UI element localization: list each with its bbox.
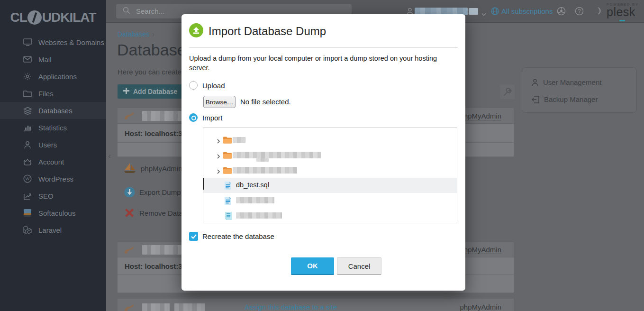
import-radio-label: Import xyxy=(202,114,223,122)
sidebar-item-label: Softaculous xyxy=(38,209,75,217)
folder-icon xyxy=(223,166,232,174)
sidebar-item-wordpress[interactable]: W WordPress xyxy=(0,170,106,187)
folder-name-redacted xyxy=(233,152,321,158)
tool-remove-database[interactable]: Remove Data xyxy=(124,207,183,219)
database-card-3: Assign this database to a site phpMyAdmi… xyxy=(118,299,514,311)
sidebar-item-statistics[interactable]: Statistics xyxy=(0,119,106,136)
tree-file-row[interactable] xyxy=(203,208,457,223)
check-icon xyxy=(191,234,197,239)
sidebar-item-label: Files xyxy=(38,90,54,98)
sidebar-item-label: Mail xyxy=(38,55,52,64)
import-database-dump-modal: Import Database Dump Upload a dump from … xyxy=(181,14,465,291)
sidebar-item-seo[interactable]: SEO xyxy=(0,187,106,204)
upload-radio[interactable] xyxy=(189,81,198,90)
phpmyadmin-link[interactable]: phpMyAdmin xyxy=(460,246,501,254)
sidebar-item-account[interactable]: Account xyxy=(0,153,106,170)
tool-label: Export Dump xyxy=(139,188,181,196)
tree-file-row-db-test-sql[interactable]: db_test.sql xyxy=(203,178,457,193)
file-name: db_test.sql xyxy=(236,181,269,189)
tool-phpmyadmin[interactable]: phpMyAdmin xyxy=(124,163,182,174)
mariadb-seal-icon xyxy=(124,110,136,122)
upload-icon xyxy=(189,23,203,37)
sidebar-item-label: Laravel xyxy=(38,226,62,234)
cloudkilat-logo[interactable]: CLUDKILAT xyxy=(0,7,106,28)
folder-icon xyxy=(23,89,32,98)
tree-folder-row[interactable] xyxy=(203,147,457,163)
sidebar-item-mail[interactable]: Mail xyxy=(0,51,106,68)
sidebar-item-applications[interactable]: Applications xyxy=(0,68,106,85)
tool-export-dump[interactable]: Export Dump xyxy=(124,187,181,198)
folder-name-redacted xyxy=(256,158,269,162)
archive-file-icon xyxy=(224,212,232,220)
breadcrumb-link[interactable]: Databases xyxy=(118,30,149,38)
database-name-redacted xyxy=(142,111,185,121)
app-window: CLUDKILAT Websites & Domains Mail Applic… xyxy=(0,0,644,311)
user-management-link[interactable]: User Management xyxy=(532,78,601,86)
tree-file-row[interactable] xyxy=(203,193,457,208)
chevron-right-icon[interactable] xyxy=(217,153,220,160)
sidebar-item-users[interactable]: Users xyxy=(0,136,106,153)
logo-text-prefix: CL xyxy=(10,10,27,25)
text-caret xyxy=(203,178,204,190)
user-icon xyxy=(23,140,32,149)
page-intro-text: Here you can create xyxy=(118,68,181,76)
folder-icon xyxy=(223,151,232,159)
plesk-logo[interactable]: POWERED BY plesk xyxy=(607,3,640,18)
page-title: Database xyxy=(117,41,186,59)
cancel-button[interactable]: Cancel xyxy=(337,257,381,275)
phpmyadmin-link[interactable]: phpMyAdmin xyxy=(460,112,501,120)
sidebar-item-laravel[interactable]: Laravel xyxy=(0,221,106,238)
settings-wrench-button[interactable] xyxy=(500,84,515,99)
sidebar-item-softaculous[interactable]: Softaculous xyxy=(0,204,106,221)
monitor-icon xyxy=(23,37,32,47)
sidebar-item-files[interactable]: Files xyxy=(0,85,106,102)
breadcrumb[interactable]: Databases› xyxy=(118,30,154,38)
sidebar-item-label: Users xyxy=(38,141,57,149)
all-subscriptions-link[interactable]: All subscriptions xyxy=(501,7,553,15)
lightning-logo-icon xyxy=(27,10,42,25)
database-card-header: Assign this database to a site phpMyAdmi… xyxy=(118,299,514,311)
ok-button[interactable]: OK xyxy=(291,257,334,275)
tree-folder-row[interactable] xyxy=(203,132,457,147)
modal-divider xyxy=(189,47,458,48)
folder-name-redacted xyxy=(233,167,297,174)
mariadb-seal-icon xyxy=(124,245,136,256)
plesk-underline xyxy=(619,20,625,21)
sidebar: CLUDKILAT Websites & Domains Mail Applic… xyxy=(0,0,106,311)
seo-chart-icon xyxy=(23,191,32,201)
add-database-button[interactable]: Add Database xyxy=(118,84,189,99)
search-icon xyxy=(123,7,130,16)
help-icon[interactable]: ? xyxy=(575,7,584,18)
user-icon xyxy=(532,79,538,86)
sidebar-item-label: Account xyxy=(38,158,64,166)
chevron-right-icon[interactable] xyxy=(217,168,220,175)
wrench-icon xyxy=(503,88,512,96)
database-name-redacted xyxy=(142,245,183,255)
side-item-label: Backup Manager xyxy=(544,95,598,103)
sidebar-item-label: Websites & Domains xyxy=(38,38,104,46)
chevron-down-icon[interactable] xyxy=(481,9,486,18)
backup-manager-link[interactable]: Backup Manager xyxy=(532,95,598,103)
browse-button-label: Browse… xyxy=(206,99,234,106)
assign-database-link[interactable]: Assign this database to a site xyxy=(245,303,337,311)
recreate-database-checkbox[interactable] xyxy=(189,232,198,241)
username-redacted-tail xyxy=(469,8,478,15)
tree-folder-row[interactable] xyxy=(203,163,457,178)
database-user-redacted xyxy=(174,303,205,311)
browse-button[interactable]: Browse… xyxy=(203,96,236,108)
import-radio[interactable] xyxy=(189,113,198,122)
remove-x-icon xyxy=(124,207,135,219)
chevron-right-icon[interactable] xyxy=(217,137,220,145)
bar-chart-icon xyxy=(23,123,32,132)
mail-icon xyxy=(23,55,32,64)
wordpress-icon: W xyxy=(23,174,32,183)
sidebar-item-databases[interactable]: Databases xyxy=(0,102,106,119)
quick-links-card: User Management Backup Manager xyxy=(522,67,637,113)
sidebar-item-websites-domains[interactable]: Websites & Domains xyxy=(0,34,106,51)
phpmyadmin-link[interactable]: phpMyAdmin xyxy=(460,303,501,311)
dark-mode-moon-icon[interactable] xyxy=(593,7,601,17)
svg-text:W: W xyxy=(26,176,30,181)
ball-icon[interactable] xyxy=(557,7,566,18)
modal-description: Upload a dump from your local computer o… xyxy=(189,54,451,73)
globe-icon xyxy=(491,7,499,17)
